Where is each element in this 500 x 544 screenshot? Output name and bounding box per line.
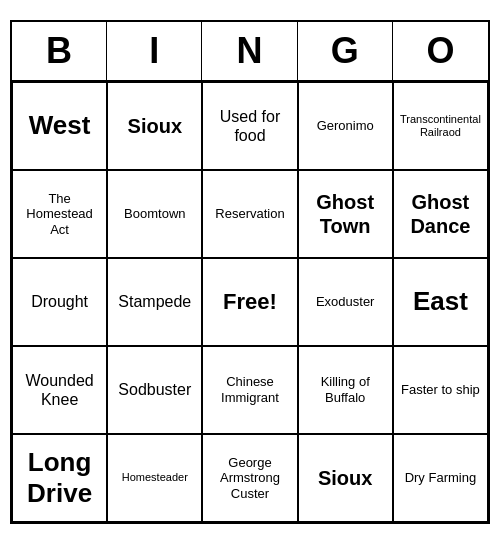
header-letter: G: [298, 22, 393, 80]
bingo-cell: Free!: [202, 258, 297, 346]
bingo-cell: Exoduster: [298, 258, 393, 346]
bingo-cell: Killing of Buffalo: [298, 346, 393, 434]
bingo-cell: Sodbuster: [107, 346, 202, 434]
header-letter: O: [393, 22, 488, 80]
bingo-cell: Boomtown: [107, 170, 202, 258]
bingo-cell: Transcontinental Railraod: [393, 82, 488, 170]
header-letter: I: [107, 22, 202, 80]
bingo-cell: West: [12, 82, 107, 170]
bingo-header: BINGO: [12, 22, 488, 82]
bingo-cell: Stampede: [107, 258, 202, 346]
bingo-cell: East: [393, 258, 488, 346]
bingo-cell: Faster to ship: [393, 346, 488, 434]
bingo-cell: Reservation: [202, 170, 297, 258]
bingo-cell: Drought: [12, 258, 107, 346]
bingo-cell: Sioux: [107, 82, 202, 170]
bingo-cell: Ghost Town: [298, 170, 393, 258]
bingo-card: BINGO WestSiouxUsed for foodGeronimoTran…: [10, 20, 490, 524]
bingo-cell: Dry Farming: [393, 434, 488, 522]
bingo-cell: Ghost Dance: [393, 170, 488, 258]
header-letter: N: [202, 22, 297, 80]
bingo-cell: Wounded Knee: [12, 346, 107, 434]
bingo-grid: WestSiouxUsed for foodGeronimoTransconti…: [12, 82, 488, 522]
bingo-cell: Used for food: [202, 82, 297, 170]
bingo-cell: Geronimo: [298, 82, 393, 170]
header-letter: B: [12, 22, 107, 80]
bingo-cell: Homesteader: [107, 434, 202, 522]
bingo-cell: George Armstrong Custer: [202, 434, 297, 522]
bingo-cell: Chinese Immigrant: [202, 346, 297, 434]
bingo-cell: The Homestead Act: [12, 170, 107, 258]
bingo-cell: Long Drive: [12, 434, 107, 522]
bingo-cell: Sioux: [298, 434, 393, 522]
